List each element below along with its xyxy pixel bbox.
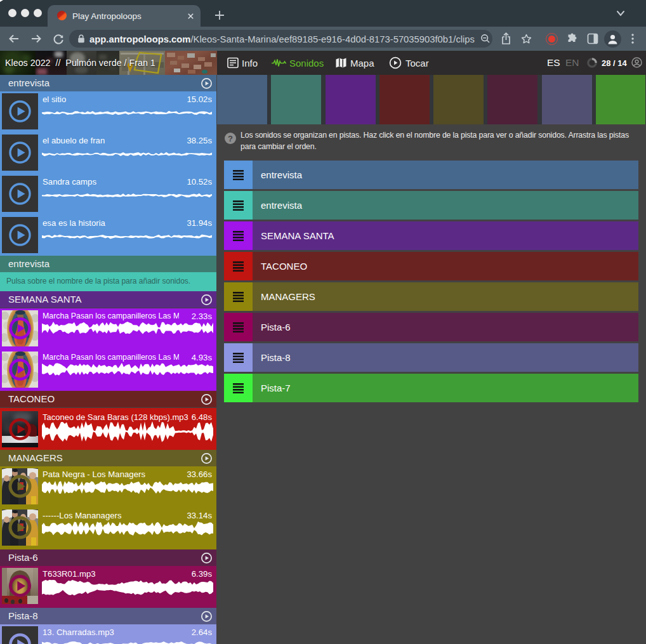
svg-text:?: ? <box>228 134 233 143</box>
